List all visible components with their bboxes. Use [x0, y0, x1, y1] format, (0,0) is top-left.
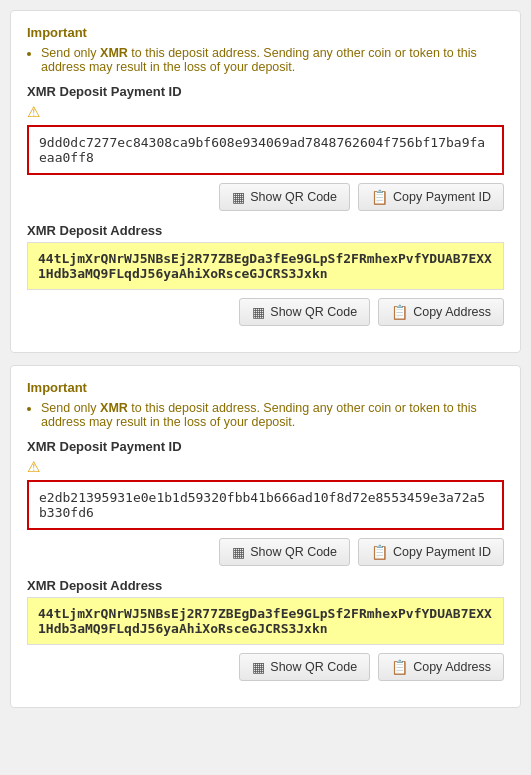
show-qr-code-button-address-2[interactable]: ▦ Show QR Code — [239, 653, 370, 681]
address-section-label-2: XMR Deposit Address — [27, 578, 504, 593]
show-qr-code-button-address-1[interactable]: ▦ Show QR Code — [239, 298, 370, 326]
copy-address-label-1: Copy Address — [413, 305, 491, 319]
important-text-2: Send only XMR to this deposit address. S… — [41, 401, 504, 429]
payment-id-box-1: 9dd0dc7277ec84308ca9bf608e934069ad784876… — [27, 125, 504, 175]
copy-payment-id-button-1[interactable]: 📋 Copy Payment ID — [358, 183, 504, 211]
warning-icon-1: ⚠ — [27, 103, 504, 121]
qr-icon-address-2: ▦ — [252, 659, 265, 675]
copy-icon-address-1: 📋 — [391, 304, 408, 320]
show-qr-code-button-payment-2[interactable]: ▦ Show QR Code — [219, 538, 350, 566]
payment-id-section-label-1: XMR Deposit Payment ID — [27, 84, 504, 99]
deposit-card-2: Important Send only XMR to this deposit … — [10, 365, 521, 708]
deposit-card-1: Important Send only XMR to this deposit … — [10, 10, 521, 353]
show-qr-label-payment-1: Show QR Code — [250, 190, 337, 204]
address-button-row-2: ▦ Show QR Code 📋 Copy Address — [27, 653, 504, 681]
copy-payment-id-label-1: Copy Payment ID — [393, 190, 491, 204]
xmr-bold-1: XMR — [100, 46, 128, 60]
important-label-1: Important — [27, 25, 504, 40]
qr-icon-payment-2: ▦ — [232, 544, 245, 560]
important-list-item-1: Send only XMR to this deposit address. S… — [41, 46, 504, 74]
show-qr-code-button-payment-1[interactable]: ▦ Show QR Code — [219, 183, 350, 211]
copy-icon-payment-2: 📋 — [371, 544, 388, 560]
copy-payment-id-button-2[interactable]: 📋 Copy Payment ID — [358, 538, 504, 566]
xmr-bold-2: XMR — [100, 401, 128, 415]
copy-payment-id-label-2: Copy Payment ID — [393, 545, 491, 559]
important-list-item-2: Send only XMR to this deposit address. S… — [41, 401, 504, 429]
important-label-2: Important — [27, 380, 504, 395]
important-text-1: Send only XMR to this deposit address. S… — [41, 46, 504, 74]
payment-id-button-row-2: ▦ Show QR Code 📋 Copy Payment ID — [27, 538, 504, 566]
show-qr-label-address-2: Show QR Code — [270, 660, 357, 674]
copy-icon-payment-1: 📋 — [371, 189, 388, 205]
qr-icon-address-1: ▦ — [252, 304, 265, 320]
payment-id-button-row-1: ▦ Show QR Code 📋 Copy Payment ID — [27, 183, 504, 211]
copy-address-button-1[interactable]: 📋 Copy Address — [378, 298, 504, 326]
qr-icon-payment-1: ▦ — [232, 189, 245, 205]
important-text-before-2: Send only — [41, 401, 100, 415]
address-section-label-1: XMR Deposit Address — [27, 223, 504, 238]
address-button-row-1: ▦ Show QR Code 📋 Copy Address — [27, 298, 504, 326]
warning-icon-2: ⚠ — [27, 458, 504, 476]
copy-address-button-2[interactable]: 📋 Copy Address — [378, 653, 504, 681]
copy-address-label-2: Copy Address — [413, 660, 491, 674]
address-box-1: 44tLjmXrQNrWJ5NBsEj2R77ZBEgDa3fEe9GLpSf2… — [27, 242, 504, 290]
show-qr-label-payment-2: Show QR Code — [250, 545, 337, 559]
copy-icon-address-2: 📋 — [391, 659, 408, 675]
important-text-before-1: Send only — [41, 46, 100, 60]
payment-id-section-label-2: XMR Deposit Payment ID — [27, 439, 504, 454]
address-box-2: 44tLjmXrQNrWJ5NBsEj2R77ZBEgDa3fEe9GLpSf2… — [27, 597, 504, 645]
show-qr-label-address-1: Show QR Code — [270, 305, 357, 319]
payment-id-box-2: e2db21395931e0e1b1d59320fbb41b666ad10f8d… — [27, 480, 504, 530]
